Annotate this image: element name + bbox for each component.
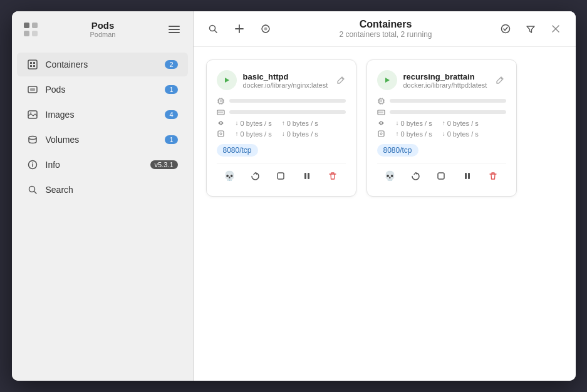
card-header-2: recursing_brattain docker.io/library/htt… xyxy=(377,70,506,90)
edit-button-recursing-brattain[interactable] xyxy=(493,73,507,87)
prune-button[interactable] xyxy=(256,19,275,38)
sidebar-item-containers[interactable]: Containers 2 xyxy=(17,53,188,76)
network-icon-2 xyxy=(377,119,386,127)
port-value: 8080/tcp xyxy=(217,144,258,157)
svg-rect-29 xyxy=(380,100,382,102)
delete-button-recursing-brattain[interactable] xyxy=(483,166,503,186)
svg-rect-23 xyxy=(218,131,224,137)
pause-button-recursing-brattain[interactable] xyxy=(457,166,477,186)
svg-point-13 xyxy=(29,137,36,140)
cpu-bar-2 xyxy=(390,99,506,103)
container-card-recursing-brattain: recursing_brattain docker.io/library/htt… xyxy=(366,59,517,197)
net-icon-group-2 xyxy=(377,119,386,127)
svg-rect-8 xyxy=(33,65,35,67)
restart-button-basic-httpd[interactable] xyxy=(245,166,265,186)
container-name-2: recursing_brattain xyxy=(403,72,487,81)
restart-button-recursing-brattain[interactable] xyxy=(405,166,425,186)
menu-button[interactable] xyxy=(166,23,182,36)
filter-button[interactable] xyxy=(521,19,540,38)
disk-write-value-2: 0 bytes / s xyxy=(447,130,479,138)
disk-read-value: 0 bytes / s xyxy=(241,130,272,138)
cpu-stat-2 xyxy=(377,96,506,105)
container-card-basic-httpd: basic_httpd docker.io/library/nginx:late… xyxy=(206,59,356,197)
card-actions-basic-httpd: 💀 xyxy=(217,163,346,186)
sidebar-item-info[interactable]: Info v5.3.1 xyxy=(17,153,188,177)
stop-button-basic-httpd[interactable] xyxy=(271,166,291,186)
svg-point-19 xyxy=(502,25,510,33)
delete-button-basic-httpd[interactable] xyxy=(323,166,343,186)
cpu-icon xyxy=(217,96,226,105)
net-icon-group xyxy=(217,119,226,127)
card-header: basic_httpd docker.io/library/nginx:late… xyxy=(217,70,346,90)
mem-stat xyxy=(217,108,346,116)
search-icon xyxy=(27,184,38,195)
disk-icon-group xyxy=(217,130,226,138)
disk-write-value: 0 bytes / s xyxy=(287,130,318,138)
memory-icon xyxy=(217,108,226,116)
mem-bar-2 xyxy=(390,110,506,114)
disk-stats-2: ↑ 0 bytes / s ↓ 0 bytes / s xyxy=(377,130,506,138)
info-badge: v5.3.1 xyxy=(150,160,178,169)
svg-rect-4 xyxy=(28,60,37,69)
svg-rect-5 xyxy=(30,62,32,64)
disk-read-value-2: 0 bytes / s xyxy=(401,130,432,138)
container-name: basic_httpd xyxy=(243,72,328,81)
pods-icon xyxy=(27,84,38,95)
containers-label: Containers xyxy=(46,59,158,70)
network-icon xyxy=(217,119,226,127)
svg-point-15 xyxy=(32,162,33,163)
svg-rect-7 xyxy=(30,65,32,67)
check-button[interactable] xyxy=(496,19,515,38)
net-down-value-2: 0 bytes / s xyxy=(401,120,432,127)
play-button-recursing-brattain[interactable] xyxy=(377,70,397,90)
play-button-basic-httpd[interactable] xyxy=(217,70,237,90)
sidebar-title-group: Pods Podman xyxy=(90,20,116,38)
header-left xyxy=(204,19,275,38)
images-icon xyxy=(27,109,38,120)
main-header: Containers 2 containers total, 2 running xyxy=(194,11,576,47)
kill-button-basic-httpd[interactable]: 💀 xyxy=(219,166,239,186)
sidebar-item-search[interactable]: Search xyxy=(17,178,188,202)
search-button[interactable] xyxy=(204,19,222,38)
svg-rect-6 xyxy=(33,62,35,64)
svg-rect-2 xyxy=(24,31,29,36)
disk-write-stat: ↓ 0 bytes / s xyxy=(282,130,318,138)
sidebar-item-images[interactable]: Images 4 xyxy=(17,103,188,126)
svg-rect-1 xyxy=(32,23,38,28)
sidebar-item-pods[interactable]: Pods 1 xyxy=(17,78,188,101)
sidebar-item-volumes[interactable]: Volumes 1 xyxy=(17,128,188,152)
edit-button-basic-httpd[interactable] xyxy=(334,73,348,87)
svg-rect-3 xyxy=(32,31,38,36)
close-button[interactable] xyxy=(546,19,565,38)
network-stats-2: ↓ 0 bytes / s ↑ 0 bytes / s xyxy=(377,119,506,127)
main-content: Containers 2 containers total, 2 running xyxy=(194,11,576,381)
mem-bar xyxy=(229,110,346,114)
card-stats-recursing-brattain: ↓ 0 bytes / s ↑ 0 bytes / s xyxy=(377,96,506,138)
disk-icon-2 xyxy=(377,130,386,138)
stop-button-recursing-brattain[interactable] xyxy=(431,166,451,186)
card-title-group-2: recursing_brattain docker.io/library/htt… xyxy=(403,72,487,89)
containers-icon xyxy=(27,59,38,70)
page-subtitle: 2 containers total, 2 running xyxy=(339,30,432,39)
port-value-2: 8080/tcp xyxy=(377,144,418,157)
net-up-stat: ↑ 0 bytes / s xyxy=(282,119,318,127)
svg-rect-25 xyxy=(278,173,284,179)
kill-button-recursing-brattain[interactable]: 💀 xyxy=(380,166,400,186)
search-label: Search xyxy=(46,185,178,195)
svg-rect-34 xyxy=(465,173,467,179)
network-stats: ↓ 0 bytes / s ↑ 0 bytes / s xyxy=(217,119,346,127)
svg-rect-10 xyxy=(30,88,35,91)
svg-point-18 xyxy=(264,28,267,31)
disk-icon xyxy=(217,130,226,138)
header-right xyxy=(496,19,565,38)
info-label: Info xyxy=(46,160,143,170)
pause-button-basic-httpd[interactable] xyxy=(297,166,317,186)
net-down-stat-2: ↓ 0 bytes / s xyxy=(396,119,432,127)
volumes-badge: 1 xyxy=(165,135,177,144)
net-up-value-2: 0 bytes / s xyxy=(447,120,479,127)
mem-stat-2 xyxy=(377,108,506,116)
info-icon xyxy=(27,159,38,170)
net-up-value: 0 bytes / s xyxy=(287,120,318,127)
svg-rect-31 xyxy=(378,131,384,137)
add-button[interactable] xyxy=(230,19,249,38)
